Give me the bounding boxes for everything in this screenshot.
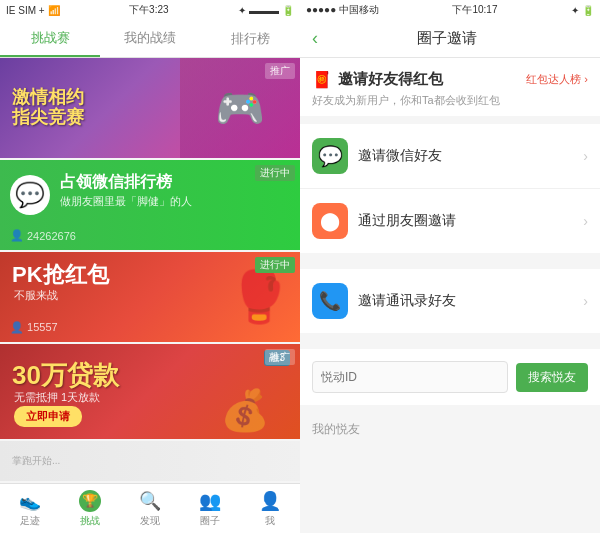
- tab-challenge[interactable]: 挑战赛: [0, 20, 100, 57]
- invite-moments-label: 通过朋友圈邀请: [358, 212, 583, 230]
- banner-card-loan[interactable]: 融3 30万贷款 无需抵押 1天放款 立即申请 推广 💰: [0, 344, 300, 439]
- banner-card-promo-1[interactable]: 激情相约 指尖竞赛 🎮 推广: [0, 58, 300, 158]
- my-friends-label: 我的悦友: [300, 413, 600, 442]
- banner4-amount: 30万贷款: [12, 358, 119, 393]
- left-status-bar: IE SIM + 📶 下午3:23 ✦ ▬▬▬ 🔋: [0, 0, 300, 20]
- banner4-sub: 无需抵押 1天放款: [14, 390, 100, 405]
- challenge-icon-active: 🏆: [79, 490, 101, 512]
- invite-header-left: 🧧 邀请好友得红包: [312, 70, 443, 89]
- banner2-title: 占领微信排行榜: [60, 172, 172, 193]
- banner3-decoration: 🥊: [228, 268, 290, 326]
- banner4-btn[interactable]: 立即申请: [14, 406, 82, 427]
- invite-wechat-friends[interactable]: 💬 邀请微信好友 ›: [300, 124, 600, 189]
- yudong-id-input[interactable]: [312, 361, 508, 393]
- moments-icon: ⬤: [312, 203, 348, 239]
- red-packet-link[interactable]: 红包达人榜 ›: [526, 72, 588, 87]
- hongbao-icon: 🧧: [312, 70, 332, 89]
- phone-icon: 📞: [312, 283, 348, 319]
- divider-2: [300, 341, 600, 349]
- banner3-tag: 进行中: [255, 257, 295, 273]
- invite-contacts-label: 邀请通讯录好友: [358, 292, 583, 310]
- right-status-bar: ●●●●● 中国移动 下午10:17 ✦ 🔋: [300, 0, 600, 20]
- wechat-icon: 💬: [10, 175, 50, 215]
- wechat-friends-icon: 💬: [312, 138, 348, 174]
- search-friends-button[interactable]: 搜索悦友: [516, 363, 588, 392]
- banner-card-partial: 掌跑开始...: [0, 441, 300, 481]
- banner2-tag: 进行中: [255, 165, 295, 181]
- tab-ranking[interactable]: 排行榜: [200, 20, 300, 57]
- nav-label-discover: 发现: [140, 514, 160, 528]
- nav-label-circle: 圈子: [200, 514, 220, 528]
- content-area: 激情相约 指尖竞赛 🎮 推广 💬 占领微信排行榜 做朋友圈里最「脚健」的人: [0, 58, 300, 483]
- bottom-nav: 👟 足迹 🏆 挑战 🔍 发现 👥 圈子 👤 我: [0, 483, 300, 533]
- right-bluetooth-icon: ✦: [571, 5, 579, 16]
- invite-section-social: 💬 邀请微信好友 › ⬤ 通过朋友圈邀请 ›: [300, 124, 600, 253]
- search-section: 搜索悦友: [300, 349, 600, 405]
- circle-icon: 👥: [199, 490, 221, 512]
- banner3-user-count: 👤 15557: [10, 321, 58, 334]
- footprint-icon: 👟: [19, 490, 41, 512]
- invite-section-contacts: 📞 邀请通讯录好友 ›: [300, 269, 600, 333]
- invite-header-section: 🧧 邀请好友得红包 红包达人榜 › 好友成为新用户，你和Ta都会收到红包: [300, 58, 600, 116]
- banner3-title: PK抢红包: [12, 260, 109, 290]
- divider-1: [300, 261, 600, 269]
- nav-item-me[interactable]: 👤 我: [240, 484, 300, 533]
- discover-icon: 🔍: [139, 490, 161, 512]
- back-button[interactable]: ‹: [312, 28, 318, 49]
- nav-label-me: 我: [265, 514, 275, 528]
- chevron-right-icon-3: ›: [583, 293, 588, 309]
- left-battery-icon: 🔋: [282, 5, 294, 16]
- nav-item-challenge[interactable]: 🏆 挑战: [60, 484, 120, 533]
- left-signal-icon: ▬▬▬: [249, 5, 279, 16]
- left-wifi-icon: 📶: [48, 5, 60, 16]
- invite-title: 邀请好友得红包: [338, 70, 443, 89]
- banner-card-pk[interactable]: PK抢红包 不服来战 👤 15557 🥊 进行中: [0, 252, 300, 342]
- right-content: 🧧 邀请好友得红包 红包达人榜 › 好友成为新用户，你和Ta都会收到红包 💬 邀…: [300, 58, 600, 533]
- me-icon: 👤: [259, 490, 281, 512]
- left-status-carrier: IE SIM + 📶: [6, 5, 60, 16]
- banner1-tag: 推广: [265, 63, 295, 79]
- nav-label-challenge: 挑战: [80, 514, 100, 528]
- left-tabs: 挑战赛 我的战绩 排行榜: [0, 20, 300, 58]
- banner2-user-count: 👤 24262676: [10, 229, 76, 242]
- nav-item-footprint[interactable]: 👟 足迹: [0, 484, 60, 533]
- banner3-sub: 不服来战: [14, 288, 58, 303]
- invite-wechat-label: 邀请微信好友: [358, 147, 583, 165]
- invite-header-row: 🧧 邀请好友得红包 红包达人榜 ›: [312, 70, 588, 89]
- banner-card-wechat[interactable]: 💬 占领微信排行榜 做朋友圈里最「脚健」的人 👤 24262676 进行中: [0, 160, 300, 250]
- tab-performance[interactable]: 我的战绩: [100, 20, 200, 57]
- invite-subtitle: 好友成为新用户，你和Ta都会收到红包: [312, 93, 588, 108]
- right-status-time: 下午10:17: [452, 3, 497, 17]
- banner2-sub: 做朋友圈里最「脚健」的人: [60, 194, 192, 209]
- right-header-title: 圈子邀请: [326, 29, 568, 48]
- right-status-carrier: ●●●●● 中国移动: [306, 3, 379, 17]
- nav-item-discover[interactable]: 🔍 发现: [120, 484, 180, 533]
- banner4-decoration: 💰: [220, 387, 270, 434]
- right-battery-icon: 🔋: [582, 5, 594, 16]
- person-icon-2: 👤: [10, 321, 27, 333]
- person-icon: 👤: [10, 229, 24, 242]
- invite-contacts[interactable]: 📞 邀请通讯录好友 ›: [300, 269, 600, 333]
- invite-moments[interactable]: ⬤ 通过朋友圈邀请 ›: [300, 189, 600, 253]
- left-panel: IE SIM + 📶 下午3:23 ✦ ▬▬▬ 🔋 挑战赛 我的战绩 排行榜: [0, 0, 300, 533]
- left-bluetooth-icon: ✦: [238, 5, 246, 16]
- nav-label-footprint: 足迹: [20, 514, 40, 528]
- nav-item-circle[interactable]: 👥 圈子: [180, 484, 240, 533]
- chevron-right-icon-1: ›: [583, 148, 588, 164]
- search-row: 搜索悦友: [312, 361, 588, 393]
- chevron-right-icon-2: ›: [583, 213, 588, 229]
- right-header: ‹ 圈子邀请: [300, 20, 600, 58]
- left-status-icons: ✦ ▬▬▬ 🔋: [238, 5, 294, 16]
- left-status-time: 下午3:23: [129, 3, 168, 17]
- banner4-tag: 推广: [265, 349, 295, 365]
- right-status-icons: ✦ 🔋: [571, 5, 594, 16]
- right-panel: ●●●●● 中国移动 下午10:17 ✦ 🔋 ‹ 圈子邀请 🧧 邀请好友得红包 …: [300, 0, 600, 533]
